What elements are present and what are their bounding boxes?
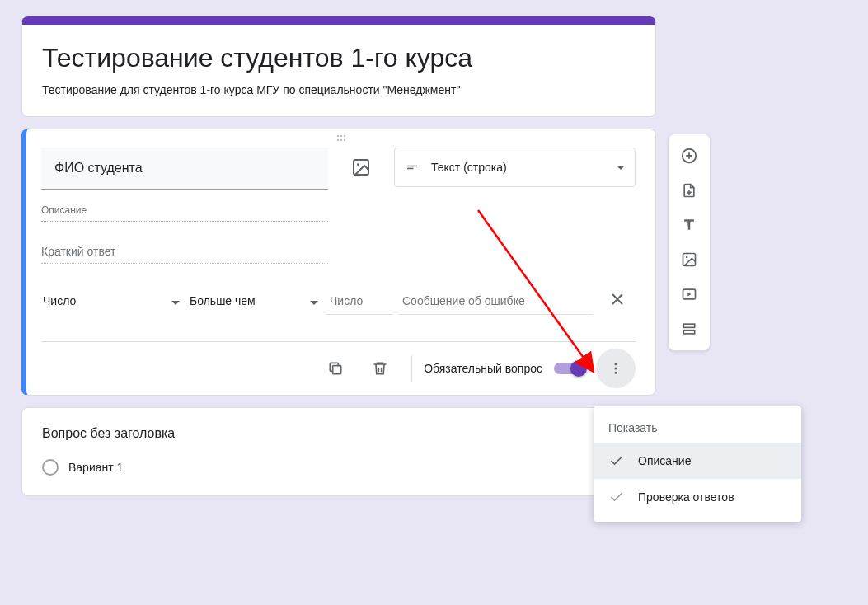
popup-header: Показать (594, 413, 801, 443)
more-options-button[interactable] (596, 349, 636, 388)
form-header-card: Тестирование студентов 1-го курса Тестир… (21, 16, 656, 117)
svg-point-2 (343, 135, 345, 137)
svg-point-11 (615, 372, 617, 374)
svg-point-0 (336, 135, 338, 137)
question-card-1: Текст (строка) Краткий ответ Число Больш… (21, 129, 656, 396)
question-type-dropdown[interactable]: Текст (строка) (394, 148, 636, 187)
remove-validation-icon[interactable] (599, 287, 636, 315)
required-label: Обязательный вопрос (424, 362, 542, 375)
question-footer: Обязательный вопрос (41, 341, 636, 395)
svg-point-4 (340, 139, 341, 141)
svg-rect-17 (683, 331, 694, 334)
validation-error-input[interactable] (399, 288, 593, 315)
short-answer-placeholder: Краткий ответ (41, 240, 328, 264)
validation-type-dropdown[interactable]: Число (41, 288, 181, 314)
footer-divider (411, 355, 412, 382)
radio-icon (42, 459, 59, 476)
svg-point-7 (357, 163, 359, 166)
add-video-icon[interactable] (674, 279, 704, 309)
option-label: Вариант 1 (68, 461, 123, 474)
delete-icon[interactable] (360, 349, 400, 388)
duplicate-icon[interactable] (316, 349, 355, 388)
question-card-2[interactable]: Вопрос без заголовка Вариант 1 (21, 407, 656, 496)
svg-point-3 (336, 139, 338, 141)
validation-number-input[interactable] (326, 288, 392, 315)
more-options-popup: Показать Описание Проверка ответов (594, 406, 801, 522)
popup-item-validation[interactable]: Проверка ответов (594, 479, 801, 515)
chevron-down-icon (617, 166, 625, 170)
popup-item-description[interactable]: Описание (594, 443, 801, 479)
form-description[interactable]: Тестирование для студентов 1-го курса МГ… (42, 83, 636, 96)
chevron-down-icon (171, 294, 180, 307)
question-2-title: Вопрос без заголовка (42, 426, 636, 441)
validation-row: Число Больше чем (41, 287, 636, 320)
add-title-icon[interactable] (674, 210, 704, 240)
option-row: Вариант 1 (42, 459, 636, 476)
short-text-icon (405, 160, 420, 175)
drag-handle-icon[interactable] (331, 134, 351, 143)
floating-toolbar (668, 134, 711, 351)
question-description-input[interactable] (41, 199, 328, 222)
svg-rect-8 (333, 366, 341, 374)
check-icon (608, 453, 625, 469)
more-vert-icon (608, 361, 623, 376)
add-image-icon[interactable] (341, 148, 381, 187)
add-question-icon[interactable] (674, 141, 704, 171)
question-type-label: Текст (строка) (431, 161, 605, 174)
svg-point-10 (615, 368, 617, 370)
validation-condition-dropdown[interactable]: Больше чем (188, 288, 320, 314)
svg-point-1 (340, 135, 341, 137)
add-section-icon[interactable] (674, 314, 704, 344)
check-icon (608, 489, 625, 505)
required-toggle[interactable] (554, 363, 584, 374)
svg-point-9 (615, 363, 617, 365)
svg-point-14 (686, 256, 688, 259)
form-title[interactable]: Тестирование студентов 1-го курса (42, 43, 636, 73)
question-title-input[interactable] (41, 148, 328, 190)
svg-point-5 (343, 139, 345, 141)
chevron-down-icon (310, 294, 318, 307)
import-questions-icon[interactable] (674, 176, 704, 205)
add-image-icon[interactable] (674, 245, 704, 274)
svg-rect-16 (683, 324, 694, 327)
